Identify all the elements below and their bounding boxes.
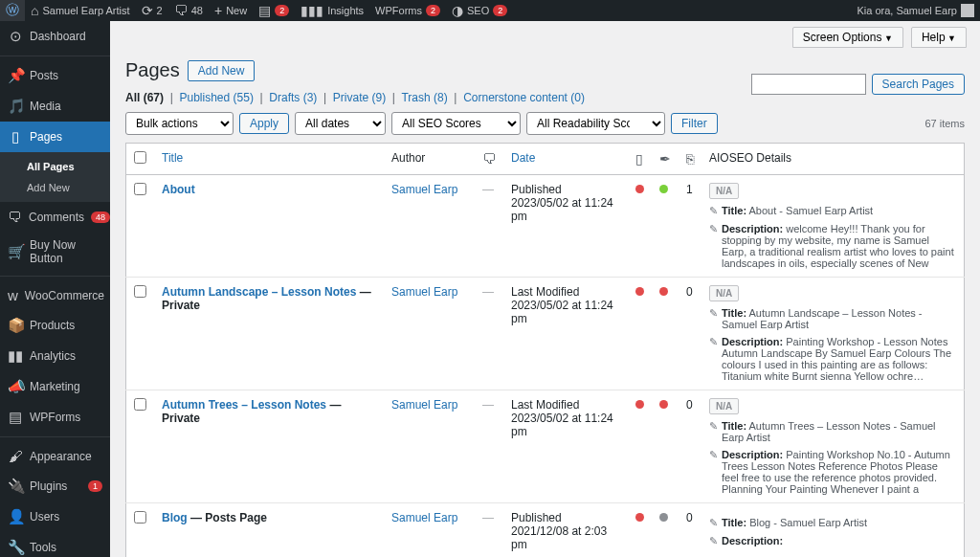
- view-filters: All (67) | Published (55) | Drafts (3) |…: [125, 91, 965, 112]
- author-link[interactable]: Samuel Earp: [391, 285, 457, 299]
- menu-plugins[interactable]: 🔌Plugins1: [0, 471, 110, 501]
- filter-cornerstone[interactable]: Cornerstone content (0): [463, 91, 585, 104]
- select-all-checkbox[interactable]: [134, 151, 146, 164]
- menu-dashboard[interactable]: ⊙Dashboard: [0, 21, 110, 52]
- plugins-badge: 1: [88, 480, 102, 492]
- forms-notice[interactable]: ▤2: [253, 0, 295, 21]
- menu-posts[interactable]: 📌Posts: [0, 60, 110, 91]
- apply-button[interactable]: Apply: [239, 113, 289, 134]
- add-new-button[interactable]: Add New: [188, 60, 256, 81]
- site-name[interactable]: ⌂Samuel Earp Artist: [25, 0, 136, 21]
- screen-options-button[interactable]: Screen Options: [792, 27, 903, 48]
- dashboard-icon: ⊙: [8, 28, 23, 45]
- filter-published[interactable]: Published (55): [179, 91, 253, 104]
- page-icon: ▯: [8, 128, 23, 145]
- menu-buynow[interactable]: 🛒Buy Now Button: [0, 232, 110, 272]
- menu-pages[interactable]: ▯Pages: [0, 122, 110, 152]
- bars-icon: ▮▮▮: [301, 3, 323, 18]
- wrench-icon: 🔧: [8, 539, 23, 556]
- submenu-add-new[interactable]: Add New: [0, 177, 110, 198]
- date-status: Published: [511, 511, 562, 524]
- seo-label: SEO: [467, 5, 489, 16]
- seo-dot: [635, 513, 644, 522]
- menu-label: Dashboard: [30, 30, 86, 43]
- brush-icon: 🖌: [8, 448, 23, 464]
- row-checkbox[interactable]: [134, 511, 146, 524]
- comment-icon: 🗨: [174, 3, 188, 18]
- row-checkbox[interactable]: [134, 398, 146, 411]
- author-link[interactable]: Samuel Earp: [391, 183, 457, 196]
- comments-link[interactable]: 🗨48: [168, 0, 209, 21]
- link-count: 0: [679, 390, 702, 503]
- readability-filter-select[interactable]: All Readability Scores: [526, 112, 665, 135]
- menu-analytics[interactable]: ▮▮Analytics: [0, 341, 110, 371]
- wpforms-badge: 2: [426, 5, 440, 16]
- menu-tools[interactable]: 🔧Tools: [0, 532, 110, 557]
- menu-users[interactable]: 👤Users: [0, 501, 110, 532]
- form-icon: ▤: [8, 409, 23, 426]
- menu-products[interactable]: 📦Products: [0, 310, 110, 341]
- search-button[interactable]: Search Pages: [872, 74, 965, 95]
- date-status: Published: [511, 183, 562, 196]
- date-value: 2021/12/08 at 2:03 pm: [511, 524, 607, 551]
- help-button[interactable]: Help: [911, 27, 967, 48]
- menu-label: Posts: [30, 69, 58, 82]
- new-label: New: [226, 5, 247, 16]
- filter-button[interactable]: Filter: [671, 113, 718, 134]
- admin-bar: ⓦ ⌂Samuel Earp Artist ⟳2 🗨48 +New ▤2 ▮▮▮…: [0, 0, 980, 21]
- menu-media[interactable]: 🎵Media: [0, 91, 110, 122]
- filter-trash[interactable]: Trash (8): [401, 91, 447, 104]
- menu-label: Pages: [30, 130, 62, 144]
- col-title[interactable]: Title: [162, 151, 183, 165]
- col-author: Author: [384, 144, 475, 175]
- pin-icon: 📌: [8, 67, 23, 84]
- author-link[interactable]: Samuel Earp: [391, 398, 457, 412]
- menu-label: Marketing: [30, 380, 80, 393]
- seo-link[interactable]: ◑SEO2: [446, 0, 513, 21]
- seo-dot: [635, 185, 644, 193]
- bulk-action-select[interactable]: Bulk actions: [125, 112, 234, 135]
- menu-appearance[interactable]: 🖌Appearance: [0, 441, 110, 471]
- comments-badge: 48: [91, 212, 110, 223]
- menu-woocommerce[interactable]: wWooCommerce: [0, 280, 110, 310]
- row-checkbox[interactable]: [134, 285, 146, 298]
- woo-icon: w: [8, 287, 18, 303]
- pencil-icon: ✎: [709, 307, 718, 330]
- updates-link[interactable]: ⟳2: [136, 0, 168, 21]
- wpforms-link[interactable]: WPForms2: [369, 0, 446, 21]
- date-value: 2023/05/02 at 11:24 pm: [511, 196, 613, 223]
- filter-all[interactable]: All: [125, 91, 140, 104]
- date-filter-select[interactable]: All dates: [295, 112, 386, 135]
- menu-wpforms[interactable]: ▤WPForms: [0, 402, 110, 433]
- plus-icon: +: [214, 3, 222, 18]
- filter-drafts[interactable]: Drafts (3): [269, 91, 317, 104]
- pencil-icon: ✎: [709, 535, 718, 547]
- seo-filter-select[interactable]: All SEO Scores: [391, 112, 521, 135]
- date-status: Last Modified: [511, 398, 579, 412]
- menu-label: Buy Now Button: [30, 238, 102, 265]
- links-icon: ⎘: [686, 151, 694, 167]
- author-link[interactable]: Samuel Earp: [391, 511, 457, 524]
- page-title-link[interactable]: Blog: [162, 511, 188, 524]
- media-icon: 🎵: [8, 98, 23, 115]
- page-title-link[interactable]: Autumn Trees – Lesson Notes: [162, 398, 326, 412]
- insights-link[interactable]: ▮▮▮Insights: [295, 0, 369, 21]
- screen-meta-links: Screen Options Help: [110, 21, 980, 54]
- comments-count: 48: [191, 5, 203, 16]
- page-title-link[interactable]: Autumn Landscape – Lesson Notes: [162, 285, 356, 299]
- search-input[interactable]: [751, 74, 866, 95]
- wp-logo[interactable]: ⓦ: [0, 0, 25, 21]
- page-title-link[interactable]: About: [162, 183, 195, 196]
- row-checkbox[interactable]: [134, 183, 146, 195]
- menu-comments[interactable]: 🗨Comments48: [0, 202, 110, 232]
- my-account[interactable]: Kia ora, Samuel Earp: [851, 0, 980, 21]
- submenu-all-pages[interactable]: All Pages: [0, 156, 110, 177]
- col-date[interactable]: Date: [511, 151, 535, 165]
- filter-private[interactable]: Private (9): [333, 91, 386, 104]
- menu-label: Analytics: [30, 349, 76, 363]
- pages-table: Title Author 🗨 Date ▯ ✒ ⎘ AIOSEO Details…: [125, 143, 965, 557]
- menu-marketing[interactable]: 📣Marketing: [0, 371, 110, 402]
- comment-count: —: [482, 183, 494, 196]
- new-content[interactable]: +New: [209, 0, 253, 21]
- comment-icon: 🗨: [482, 151, 496, 167]
